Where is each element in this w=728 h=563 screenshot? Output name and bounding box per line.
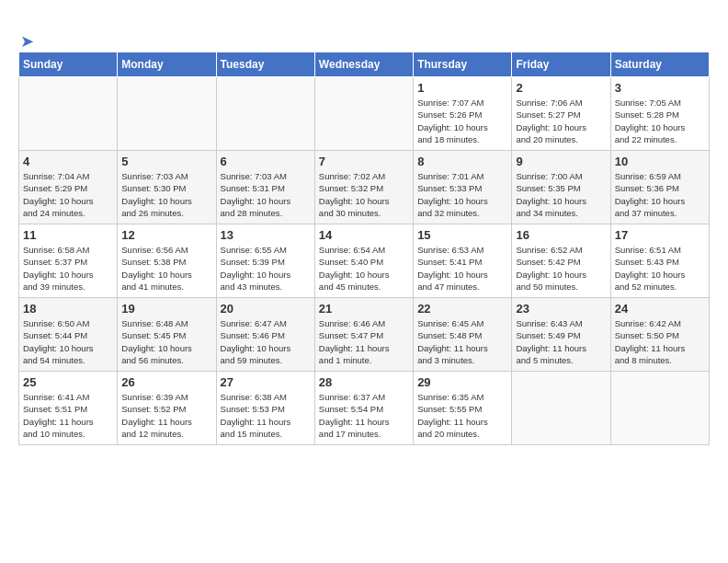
calendar-cell: 16Sunrise: 6:52 AM Sunset: 5:42 PM Dayli…	[512, 224, 610, 298]
day-number: 7	[319, 155, 409, 168]
day-detail: Sunrise: 6:53 AM Sunset: 5:41 PM Dayligh…	[417, 244, 507, 293]
calendar-week-row: 25Sunrise: 6:41 AM Sunset: 5:51 PM Dayli…	[19, 372, 710, 445]
day-detail: Sunrise: 7:03 AM Sunset: 5:31 PM Dayligh…	[221, 170, 311, 219]
calendar-cell: 4Sunrise: 7:04 AM Sunset: 5:29 PM Daylig…	[19, 151, 118, 224]
day-detail: Sunrise: 7:07 AM Sunset: 5:26 PM Dayligh…	[417, 97, 507, 145]
calendar-cell: 21Sunrise: 6:46 AM Sunset: 5:47 PM Dayli…	[314, 298, 413, 372]
day-number: 8	[417, 155, 507, 168]
calendar-cell: 15Sunrise: 6:53 AM Sunset: 5:41 PM Dayli…	[414, 224, 512, 298]
day-detail: Sunrise: 7:06 AM Sunset: 5:27 PM Dayligh…	[516, 97, 606, 145]
calendar-week-row: 4Sunrise: 7:04 AM Sunset: 5:29 PM Daylig…	[19, 151, 710, 224]
day-number: 23	[516, 302, 606, 316]
day-number: 10	[615, 155, 705, 168]
calendar-cell: 12Sunrise: 6:56 AM Sunset: 5:38 PM Dayli…	[118, 224, 216, 298]
day-number: 25	[23, 375, 113, 389]
day-detail: Sunrise: 6:50 AM Sunset: 5:44 PM Dayligh…	[23, 317, 113, 366]
day-number: 27	[221, 375, 311, 389]
day-number: 13	[221, 228, 311, 242]
logo-bird-icon: ➤	[20, 31, 34, 52]
day-detail: Sunrise: 6:54 AM Sunset: 5:40 PM Dayligh…	[319, 244, 409, 293]
day-number: 26	[121, 375, 211, 389]
day-number: 4	[23, 155, 113, 168]
column-header-monday: Monday	[118, 52, 216, 77]
calendar-cell: 14Sunrise: 6:54 AM Sunset: 5:40 PM Dayli…	[314, 224, 413, 298]
column-header-wednesday: Wednesday	[314, 52, 413, 77]
calendar-cell: 5Sunrise: 7:03 AM Sunset: 5:30 PM Daylig…	[118, 151, 216, 224]
day-detail: Sunrise: 6:46 AM Sunset: 5:47 PM Dayligh…	[319, 317, 409, 366]
calendar-cell: 17Sunrise: 6:51 AM Sunset: 5:43 PM Dayli…	[610, 224, 709, 298]
day-detail: Sunrise: 6:45 AM Sunset: 5:48 PM Dayligh…	[417, 317, 507, 366]
day-number: 15	[417, 228, 507, 242]
day-number: 18	[23, 302, 113, 316]
day-number: 14	[319, 228, 409, 242]
day-detail: Sunrise: 6:48 AM Sunset: 5:45 PM Dayligh…	[121, 317, 211, 366]
calendar-cell: 24Sunrise: 6:42 AM Sunset: 5:50 PM Dayli…	[610, 298, 709, 372]
day-number: 19	[121, 302, 211, 316]
calendar-cell: 13Sunrise: 6:55 AM Sunset: 5:39 PM Dayli…	[216, 224, 314, 298]
calendar-cell: 10Sunrise: 6:59 AM Sunset: 5:36 PM Dayli…	[610, 151, 709, 224]
day-number: 3	[615, 81, 705, 95]
day-number: 2	[516, 81, 606, 95]
day-detail: Sunrise: 7:04 AM Sunset: 5:29 PM Dayligh…	[23, 170, 113, 219]
calendar-cell: 1Sunrise: 7:07 AM Sunset: 5:26 PM Daylig…	[414, 77, 512, 151]
day-number: 16	[516, 228, 606, 242]
day-detail: Sunrise: 6:58 AM Sunset: 5:37 PM Dayligh…	[23, 244, 113, 293]
day-detail: Sunrise: 7:05 AM Sunset: 5:28 PM Dayligh…	[615, 97, 705, 145]
calendar-week-row: 1Sunrise: 7:07 AM Sunset: 5:26 PM Daylig…	[19, 77, 710, 151]
calendar-cell: 20Sunrise: 6:47 AM Sunset: 5:46 PM Dayli…	[216, 298, 314, 372]
calendar-cell: 6Sunrise: 7:03 AM Sunset: 5:31 PM Daylig…	[216, 151, 314, 224]
calendar-cell: 8Sunrise: 7:01 AM Sunset: 5:33 PM Daylig…	[414, 151, 512, 224]
column-header-thursday: Thursday	[414, 52, 512, 77]
calendar-cell	[610, 372, 709, 445]
calendar-week-row: 18Sunrise: 6:50 AM Sunset: 5:44 PM Dayli…	[19, 298, 710, 372]
day-detail: Sunrise: 6:55 AM Sunset: 5:39 PM Dayligh…	[221, 244, 311, 293]
day-detail: Sunrise: 6:42 AM Sunset: 5:50 PM Dayligh…	[615, 317, 705, 366]
calendar-cell: 27Sunrise: 6:38 AM Sunset: 5:53 PM Dayli…	[216, 372, 314, 445]
day-number: 1	[417, 81, 507, 95]
day-detail: Sunrise: 6:35 AM Sunset: 5:55 PM Dayligh…	[417, 391, 507, 440]
day-detail: Sunrise: 6:47 AM Sunset: 5:46 PM Dayligh…	[221, 317, 311, 366]
day-number: 17	[615, 228, 705, 242]
day-detail: Sunrise: 6:56 AM Sunset: 5:38 PM Dayligh…	[121, 244, 211, 293]
calendar-cell: 28Sunrise: 6:37 AM Sunset: 5:54 PM Dayli…	[314, 372, 413, 445]
day-number: 21	[319, 302, 409, 316]
day-detail: Sunrise: 6:52 AM Sunset: 5:42 PM Dayligh…	[516, 244, 606, 293]
calendar-cell: 11Sunrise: 6:58 AM Sunset: 5:37 PM Dayli…	[19, 224, 118, 298]
calendar-cell	[512, 372, 610, 445]
calendar-table: SundayMondayTuesdayWednesdayThursdayFrid…	[18, 52, 710, 445]
calendar-cell: 18Sunrise: 6:50 AM Sunset: 5:44 PM Dayli…	[19, 298, 118, 372]
calendar-cell: 2Sunrise: 7:06 AM Sunset: 5:27 PM Daylig…	[512, 77, 610, 151]
calendar-cell: 25Sunrise: 6:41 AM Sunset: 5:51 PM Dayli…	[19, 372, 118, 445]
calendar-week-row: 11Sunrise: 6:58 AM Sunset: 5:37 PM Dayli…	[19, 224, 710, 298]
calendar-cell	[118, 77, 216, 151]
calendar-cell: 9Sunrise: 7:00 AM Sunset: 5:35 PM Daylig…	[512, 151, 610, 224]
day-detail: Sunrise: 6:39 AM Sunset: 5:52 PM Dayligh…	[121, 391, 211, 440]
calendar-cell: 26Sunrise: 6:39 AM Sunset: 5:52 PM Dayli…	[118, 372, 216, 445]
calendar-header-row: SundayMondayTuesdayWednesdayThursdayFrid…	[19, 52, 710, 77]
day-number: 5	[121, 155, 211, 168]
day-number: 24	[615, 302, 705, 316]
column-header-friday: Friday	[512, 52, 610, 77]
column-header-sunday: Sunday	[19, 52, 118, 77]
day-detail: Sunrise: 7:03 AM Sunset: 5:30 PM Dayligh…	[121, 170, 211, 219]
calendar-cell: 7Sunrise: 7:02 AM Sunset: 5:32 PM Daylig…	[314, 151, 413, 224]
day-detail: Sunrise: 6:59 AM Sunset: 5:36 PM Dayligh…	[615, 170, 705, 219]
day-number: 20	[221, 302, 311, 316]
calendar-cell: 29Sunrise: 6:35 AM Sunset: 5:55 PM Dayli…	[414, 372, 512, 445]
day-detail: Sunrise: 6:51 AM Sunset: 5:43 PM Dayligh…	[615, 244, 705, 293]
day-detail: Sunrise: 6:43 AM Sunset: 5:49 PM Dayligh…	[516, 317, 606, 366]
day-detail: Sunrise: 6:41 AM Sunset: 5:51 PM Dayligh…	[23, 391, 113, 440]
calendar-cell	[19, 77, 118, 151]
calendar-cell	[216, 77, 314, 151]
column-header-saturday: Saturday	[610, 52, 709, 77]
day-detail: Sunrise: 6:38 AM Sunset: 5:53 PM Dayligh…	[221, 391, 311, 440]
calendar-cell	[314, 77, 413, 151]
column-header-tuesday: Tuesday	[216, 52, 314, 77]
logo: ➤	[18, 31, 34, 52]
day-number: 11	[23, 228, 113, 242]
day-detail: Sunrise: 7:00 AM Sunset: 5:35 PM Dayligh…	[516, 170, 606, 219]
calendar-cell: 23Sunrise: 6:43 AM Sunset: 5:49 PM Dayli…	[512, 298, 610, 372]
day-detail: Sunrise: 7:01 AM Sunset: 5:33 PM Dayligh…	[417, 170, 507, 219]
day-detail: Sunrise: 7:02 AM Sunset: 5:32 PM Dayligh…	[319, 170, 409, 219]
day-number: 22	[417, 302, 507, 316]
